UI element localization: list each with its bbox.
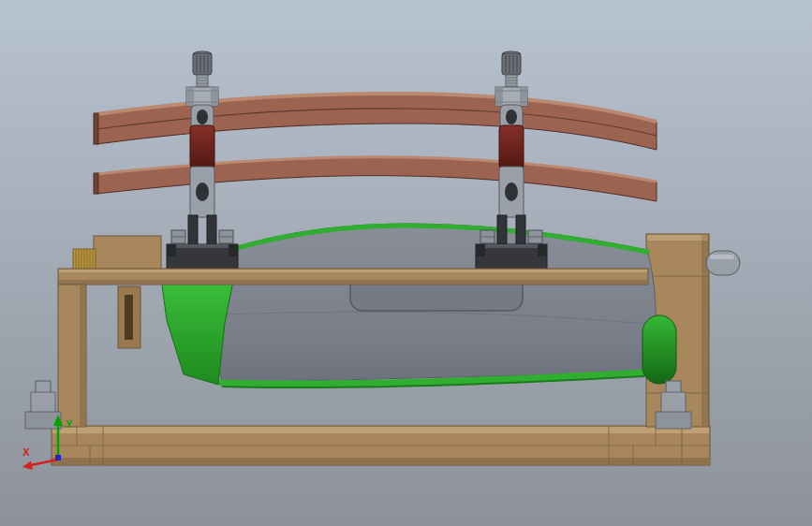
right-foot-lower [656, 412, 691, 429]
upper-left-wood-block [94, 236, 161, 270]
base-bottom-shade [52, 458, 709, 464]
right-foot-bolt [666, 381, 681, 393]
workpiece-green-end-cap [642, 315, 676, 384]
left-post-shade [80, 285, 85, 426]
slotted-block-slot [125, 295, 133, 340]
z-axis-marker [55, 455, 61, 460]
y-axis-label: Y [66, 418, 73, 430]
front-rail-highlight [59, 270, 647, 272]
left-foot-lower [25, 412, 61, 429]
x-axis-label: X [22, 446, 30, 458]
left-foot-bolt [36, 381, 51, 393]
right-block-top-highlight [647, 235, 708, 241]
right-foot-upper [661, 392, 686, 413]
cad-viewport: X Y [0, 0, 812, 526]
right-knob-highlight [710, 255, 734, 259]
base-top-highlight [52, 427, 709, 433]
left-foot-upper [31, 392, 55, 413]
right-knob[interactable] [706, 251, 740, 275]
brass-knurl-lines [76, 250, 93, 269]
base-plate[interactable] [52, 426, 710, 465]
copper-lower-end-cap [94, 173, 98, 194]
front-rail-shade [59, 280, 647, 284]
copper-upper-end-cap [94, 113, 98, 144]
